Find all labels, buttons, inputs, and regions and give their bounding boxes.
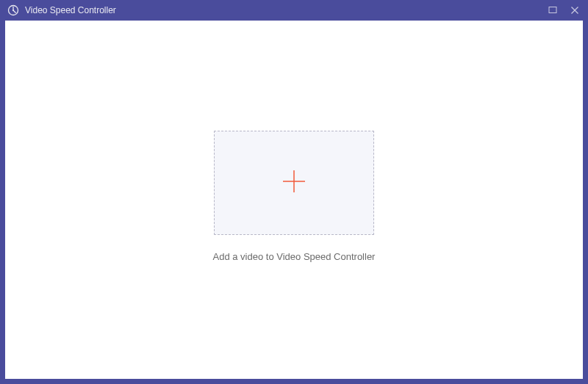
content-area: Add a video to Video Speed Controller bbox=[0, 21, 588, 384]
plus-icon bbox=[279, 166, 309, 200]
svg-rect-2 bbox=[549, 7, 556, 13]
titlebar-right bbox=[547, 4, 581, 16]
empty-state: Add a video to Video Speed Controller bbox=[213, 131, 376, 262]
add-video-dropzone[interactable] bbox=[214, 131, 374, 235]
window-title: Video Speed Controller bbox=[25, 5, 116, 15]
hint-text: Add a video to Video Speed Controller bbox=[213, 251, 376, 262]
close-button[interactable] bbox=[569, 4, 581, 16]
app-icon bbox=[7, 4, 19, 16]
minimize-button[interactable] bbox=[547, 4, 559, 16]
svg-point-1 bbox=[12, 10, 14, 11]
titlebar-left: Video Speed Controller bbox=[7, 4, 116, 16]
app-window: Video Speed Controller bbox=[0, 0, 588, 384]
titlebar: Video Speed Controller bbox=[0, 0, 588, 21]
